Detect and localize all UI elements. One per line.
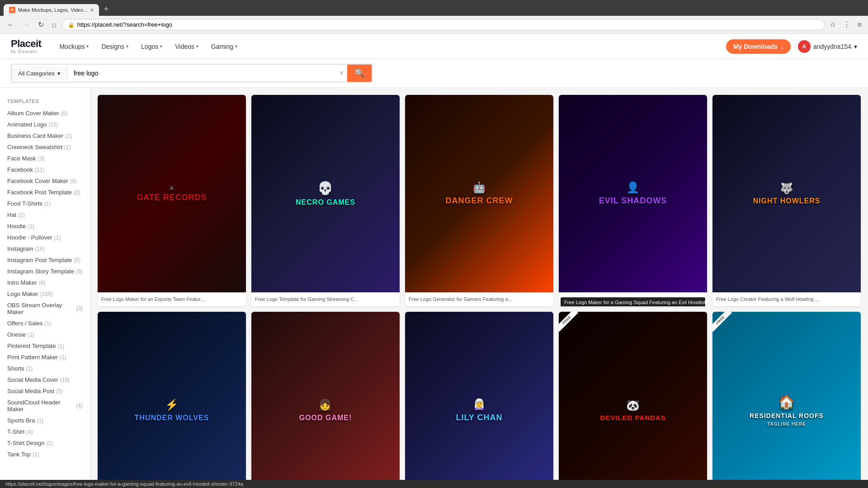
extensions-icon[interactable]: ⋮ (841, 19, 852, 30)
sidebar-item-facebook[interactable]: Facebook (11) (0, 164, 90, 175)
free-badge-wrap: FREE (712, 312, 734, 333)
header-right: My Downloads ↓ A andyydna154 ▾ (726, 39, 857, 54)
sidebar-item-tshirt-design[interactable]: T-Shirt Design (2) (0, 437, 90, 449)
sidebar-item-face-mask[interactable]: Face Mask (3) (0, 153, 90, 164)
image-text: ⚡ THUNDER WOLVES (129, 393, 215, 427)
gallery-item-thunder-wolves[interactable]: ⚡ THUNDER WOLVES Free Logo Creator of a … (98, 312, 246, 488)
more-icon[interactable]: ≡ (856, 20, 863, 30)
sidebar-item-facebook-post-template[interactable]: Facebook Post Template (2) (0, 187, 90, 198)
search-category-dropdown[interactable]: All Categories ▾ (12, 66, 67, 80)
nav-videos[interactable]: Videos ▾ (170, 39, 204, 54)
forward-button[interactable]: → (20, 19, 33, 31)
sidebar-item-social-media-post[interactable]: Social Media Post (5) (0, 385, 90, 397)
back-button[interactable]: ← (5, 19, 17, 31)
address-bar-row: ← → ↻ ⌂ 🔒 ☆ ⋮ ≡ (0, 16, 868, 34)
downloads-arrow-icon: ↓ (780, 43, 783, 50)
sidebar-item-social-media-cover[interactable]: Social Media Cover (18) (0, 374, 90, 385)
sidebar-item-facebook-cover-maker[interactable]: Facebook Cover Maker (9) (0, 175, 90, 187)
sidebar-item-offers-sales[interactable]: Offers / Sales (1) (0, 318, 90, 329)
image-text: 👧 GOOD GAME! (294, 393, 358, 427)
nav-designs-chevron: ▾ (126, 44, 128, 49)
nav-videos-chevron: ▾ (196, 44, 198, 49)
gallery-item-deviled-pandas[interactable]: FREE 🐼 DEVILED PANDAS Free Logo Template… (559, 312, 707, 488)
sidebar-item-animated-logo[interactable]: Animated Logo (15) (0, 119, 90, 130)
gallery-image: 🐺 NIGHT HOWLERS (712, 95, 861, 292)
sidebar-section-title: Templates (0, 95, 90, 108)
address-bar[interactable]: 🔒 (62, 19, 825, 30)
gallery-item-night-howlers[interactable]: 🐺 NIGHT HOWLERS Free Logo Creator Featur… (712, 95, 861, 306)
gallery-caption: Free Logo Maker for an Esports Team Feat… (98, 292, 246, 306)
sidebar-item-soundcloud-header[interactable]: SoundCloud Header Maker (4) (0, 397, 90, 415)
sidebar-item-logo-maker[interactable]: Logo Maker (165) (0, 288, 90, 300)
user-menu-button[interactable]: A andyydna154 ▾ (798, 40, 857, 53)
gallery-image: 🤖 DANGER CREW (405, 95, 553, 292)
sidebar-item-hat[interactable]: Hat (2) (0, 209, 90, 221)
image-text: 🧝‍♀️ LILY CHAN (450, 393, 508, 428)
image-text: 👤 EVIL SHADOWS (594, 176, 673, 211)
sidebar-item-hoodie-pullover[interactable]: Hoodie - Pullover (1) (0, 232, 90, 243)
sidebar-item-album-cover-maker[interactable]: Album Cover Maker (6) (0, 108, 90, 119)
bookmark-icon[interactable]: ☆ (828, 19, 838, 30)
gallery-image: 👤 EVIL SHADOWS (559, 95, 707, 292)
sidebar-item-instagram[interactable]: Instagram (16) (0, 243, 90, 254)
image-text: 🐺 NIGHT HOWLERS (748, 177, 826, 211)
gallery-item-necro-games[interactable]: 💀 NECRO GAMES Free Logo Template for Gam… (251, 95, 400, 306)
new-tab-button[interactable]: + (100, 3, 112, 16)
gallery-image: ⚔ GATE RECORDS (98, 95, 246, 292)
site-header: Placeit by ⓔenvato Mockups ▾ Designs ▾ L… (0, 34, 868, 59)
gallery-image: 👧 GOOD GAME! (251, 312, 400, 488)
tab-close-button[interactable]: × (90, 7, 94, 13)
sidebar-item-crewneck-sweatshirt[interactable]: Crewneck Sweatshirt (1) (0, 141, 90, 153)
site-logo[interactable]: Placeit by ⓔenvato (11, 38, 41, 54)
gallery-image: 🧝‍♀️ LILY CHAN (405, 312, 553, 488)
gallery-image: 💀 NECRO GAMES (251, 95, 400, 292)
sidebar-item-hoodie[interactable]: Hoodie (1) (0, 221, 90, 232)
search-icon: 🔍 (354, 69, 364, 78)
gallery-item-gate-records[interactable]: ⚔ GATE RECORDS Free Logo Maker for an Es… (98, 95, 246, 306)
gallery-caption: Free Logo Template for Gaming Streaming … (251, 292, 400, 306)
gallery-image: FREE 🐼 DEVILED PANDAS (559, 312, 707, 488)
active-tab[interactable]: P Make Mockups, Logos, Video... × (4, 4, 99, 16)
sidebar-item-intro-maker[interactable]: Intro Maker (6) (0, 277, 90, 288)
search-submit-button[interactable]: 🔍 (347, 65, 372, 82)
refresh-button[interactable]: ↻ (35, 19, 47, 31)
sidebar-item-tshirt[interactable]: T-Shirt (4) (0, 426, 90, 437)
gallery-content: ⚔ GATE RECORDS Free Logo Maker for an Es… (90, 88, 868, 488)
sidebar-item-onesie[interactable]: Onesie (1) (0, 329, 90, 340)
gallery-item-evil-shadows[interactable]: 👤 EVIL SHADOWS Free Logo Maker for a Gam… (559, 95, 707, 306)
image-text: 🤖 DANGER CREW (440, 176, 519, 211)
gallery-item-lily-chan[interactable]: 🧝‍♀️ LILY CHAN Free Logo Maker for a Gam… (405, 312, 553, 488)
sidebar-item-food-tshirts[interactable]: Food T-Shirts (1) (0, 198, 90, 209)
home-button[interactable]: ⌂ (49, 19, 59, 31)
image-text: 🐼 DEVILED PANDAS (594, 394, 671, 427)
my-downloads-button[interactable]: My Downloads ↓ (726, 39, 791, 54)
search-clear-button[interactable]: × (336, 66, 347, 81)
gallery-caption: Free Logo Creator Featuring a Wolf Howli… (712, 292, 861, 306)
gallery-image: FREE 🏠 RESIDENTIAL ROOFS TAGLINE HERE (712, 312, 861, 488)
sidebar-item-business-card-maker[interactable]: Business Card Maker (1) (0, 130, 90, 141)
gallery-item-danger-crew[interactable]: 🤖 DANGER CREW Free Logo Generator for Ga… (405, 95, 553, 306)
tab-title: Make Mockups, Logos, Video... (18, 7, 87, 13)
search-input[interactable] (67, 66, 336, 80)
sidebar-item-sports-bra[interactable]: Sports Bra (1) (0, 415, 90, 426)
sidebar: Templates Album Cover Maker (6) Animated… (0, 88, 90, 488)
sidebar-item-shorts[interactable]: Shorts (1) (0, 363, 90, 374)
gallery-item-residential-roofs[interactable]: FREE 🏠 RESIDENTIAL ROOFS TAGLINE HERE Fr… (712, 312, 861, 488)
sidebar-item-instagram-story-template[interactable]: Instagram Story Template (9) (0, 266, 90, 277)
my-downloads-label: My Downloads (733, 43, 778, 50)
image-text: ⚔ GATE RECORDS (131, 179, 212, 208)
nav-designs[interactable]: Designs ▾ (96, 39, 134, 54)
free-badge-wrap: FREE (559, 312, 580, 333)
gallery-item-good-game[interactable]: 👧 GOOD GAME! Free Logo Maker Featuring a… (251, 312, 400, 488)
sidebar-item-pinterest-template[interactable]: Pinterest Template (1) (0, 340, 90, 352)
sidebar-item-tank-top[interactable]: Tank Top (1) (0, 449, 90, 460)
nav-mockups[interactable]: Mockups ▾ (54, 39, 94, 54)
search-category-label: All Categories (18, 70, 55, 77)
nav-gaming[interactable]: Gaming ▾ (206, 39, 243, 54)
url-input[interactable] (77, 21, 819, 28)
free-badge: FREE (712, 312, 732, 332)
sidebar-item-obs-stream-overlay[interactable]: OBS Stream Overlay Maker (3) (0, 300, 90, 318)
sidebar-item-instagram-post-template[interactable]: Instagram Post Template (5) (0, 254, 90, 266)
sidebar-item-print-pattern-maker[interactable]: Print Pattern Maker (1) (0, 352, 90, 363)
nav-logos[interactable]: Logos ▾ (136, 39, 168, 54)
